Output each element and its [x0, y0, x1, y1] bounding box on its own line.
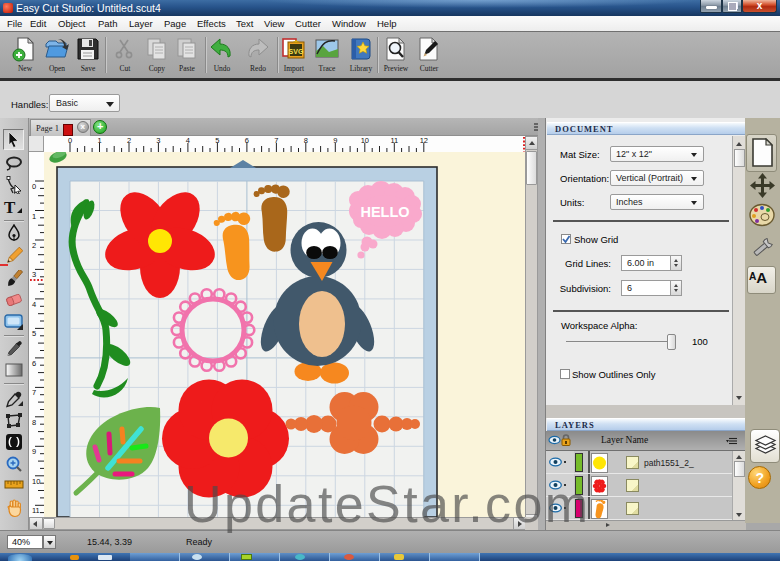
svg-text:5: 5	[215, 136, 219, 145]
svg-text:1: 1	[97, 136, 101, 145]
svg-text:9: 9	[333, 136, 337, 145]
svg-text:6: 6	[245, 136, 249, 145]
svg-text:11: 11	[32, 506, 40, 515]
svg-text:10: 10	[32, 477, 40, 486]
svg-text:3: 3	[156, 136, 160, 145]
svg-text:8: 8	[32, 418, 36, 427]
svg-text:4: 4	[186, 136, 190, 145]
svg-text:3: 3	[32, 270, 36, 279]
svg-text:7: 7	[274, 136, 278, 145]
svg-text:11: 11	[390, 136, 398, 145]
svg-text:6: 6	[32, 359, 36, 368]
svg-text:0: 0	[68, 136, 72, 145]
svg-text:12: 12	[420, 136, 428, 145]
svg-text:5: 5	[32, 329, 36, 338]
svg-text:7: 7	[32, 388, 36, 397]
svg-text:2: 2	[127, 136, 131, 145]
svg-text:8: 8	[304, 136, 308, 145]
svg-text:4: 4	[32, 300, 36, 309]
svg-text:1: 1	[32, 212, 36, 221]
svg-text:9: 9	[32, 447, 36, 456]
svg-text:SVG: SVG	[289, 48, 304, 55]
svg-text:10: 10	[361, 136, 369, 145]
svg-text:0: 0	[32, 182, 36, 191]
svg-text:HELLO: HELLO	[360, 204, 409, 220]
svg-text:2: 2	[32, 241, 36, 250]
